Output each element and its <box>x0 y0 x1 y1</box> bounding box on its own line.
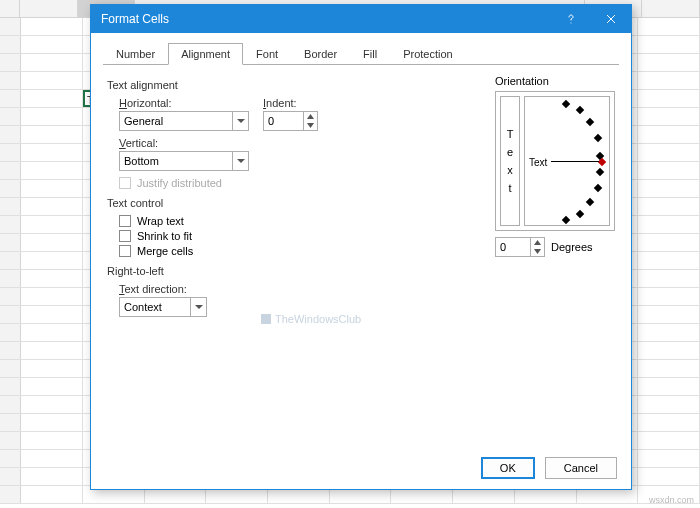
chevron-down-icon <box>232 112 248 130</box>
spin-down-icon[interactable] <box>304 121 317 130</box>
indent-label: Indent: <box>263 97 318 109</box>
chevron-down-icon <box>232 152 248 170</box>
tab-font[interactable]: Font <box>243 43 291 65</box>
tab-border[interactable]: Border <box>291 43 350 65</box>
indent-stepper[interactable]: 0 <box>263 111 318 131</box>
tab-strip: Number Alignment Font Border Fill Protec… <box>91 33 631 65</box>
orientation-vertical-text[interactable]: Text <box>500 96 520 226</box>
horizontal-label: Horizontal: <box>119 97 249 109</box>
credit-text: wsxdn.com <box>649 495 694 505</box>
text-direction-label: Text direction: <box>119 283 615 295</box>
col-header[interactable] <box>642 0 700 17</box>
close-button[interactable] <box>591 5 631 33</box>
help-button[interactable] <box>551 5 591 33</box>
spin-up-icon[interactable] <box>531 238 544 247</box>
degrees-stepper[interactable]: 0 <box>495 237 545 257</box>
spin-up-icon[interactable] <box>304 112 317 121</box>
text-direction-select[interactable]: Context <box>119 297 207 317</box>
tab-alignment[interactable]: Alignment <box>168 43 243 65</box>
tab-number[interactable]: Number <box>103 43 168 65</box>
watermark: TheWindowsClub <box>261 313 361 325</box>
ok-button[interactable]: OK <box>481 457 535 479</box>
cancel-button[interactable]: Cancel <box>545 457 617 479</box>
tab-fill[interactable]: Fill <box>350 43 390 65</box>
spin-down-icon[interactable] <box>531 247 544 256</box>
horizontal-select[interactable]: General <box>119 111 249 131</box>
format-cells-dialog: Format Cells Number Alignment Font Borde… <box>90 4 632 490</box>
orientation-group: Orientation <box>495 75 615 87</box>
rtl-group: Right-to-left <box>107 265 615 277</box>
degrees-label: Degrees <box>551 241 593 253</box>
vertical-select[interactable]: Bottom <box>119 151 249 171</box>
select-all-corner[interactable] <box>0 0 20 17</box>
orientation-widget[interactable]: Text Text <box>495 91 615 231</box>
chevron-down-icon <box>190 298 206 316</box>
dialog-title: Format Cells <box>101 12 551 26</box>
orientation-arc[interactable]: Text <box>524 96 610 226</box>
tab-protection[interactable]: Protection <box>390 43 466 65</box>
titlebar[interactable]: Format Cells <box>91 5 631 33</box>
col-header[interactable] <box>20 0 78 17</box>
